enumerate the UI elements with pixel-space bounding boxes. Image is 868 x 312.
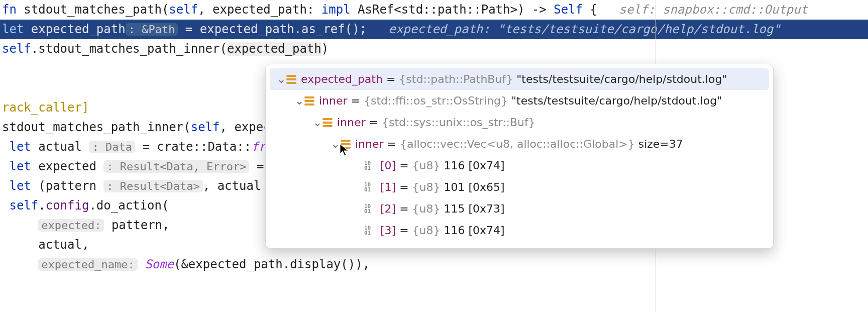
type-inlay: : &Path	[126, 23, 178, 36]
paren-open: (	[38, 179, 45, 193]
rhs-ident: expected_path	[200, 22, 294, 36]
svg-rect-4	[304, 100, 314, 102]
chevron-down-icon[interactable]: ⌄	[277, 68, 286, 90]
type-name: Data	[207, 140, 237, 154]
fn-name: stdout_matches_path	[24, 3, 162, 17]
equals: =	[135, 140, 157, 154]
variable-type: {alloc::vec::Vec<u8, alloc::alloc::Globa…	[400, 133, 635, 155]
array-index: [1]	[380, 176, 396, 198]
keyword-let: let	[2, 22, 24, 36]
array-item-row[interactable]: 1001 [3] = {u8} 116 [0x74]	[266, 220, 773, 241]
svg-rect-11	[341, 147, 351, 149]
variable-name: inner	[319, 90, 348, 112]
var-name: actual	[38, 140, 82, 154]
comma: ,	[203, 179, 218, 193]
keyword-let: let	[9, 140, 31, 154]
var-name: expected	[38, 159, 96, 173]
sep: ::	[237, 140, 251, 154]
type-inlay: : Result<Data>	[103, 180, 202, 192]
self-kw: self	[2, 42, 31, 56]
variable-row-expected-path[interactable]: ⌄ expected_path = {std::path::PathBuf} "…	[270, 68, 769, 90]
svg-rect-9	[341, 140, 351, 142]
chevron-down-icon[interactable]: ⌄	[331, 133, 340, 155]
variable-type: {u8}	[412, 198, 441, 220]
variable-row-inner-vec[interactable]: ⌄ inner = {alloc::vec::Vec<u8, alloc::al…	[266, 133, 773, 155]
self-param: self	[191, 120, 220, 134]
keyword-let: let	[9, 179, 31, 193]
array-index: [2]	[380, 198, 396, 220]
param-name: expected_path	[212, 3, 307, 17]
text-caret	[655, 22, 657, 39]
code-line[interactable]: self.stdout_matches_path_inner(expected_…	[0, 39, 868, 59]
struct-icon	[286, 74, 297, 84]
field-access: config	[46, 198, 89, 213]
type-inlay: : Result<Data, Error>	[103, 160, 249, 173]
variable-type: {std::path::PathBuf}	[399, 68, 513, 90]
keyword-let: let	[9, 159, 31, 173]
svg-rect-8	[322, 125, 333, 127]
svg-rect-6	[322, 118, 333, 120]
svg-rect-5	[304, 103, 314, 106]
var-name: expected_path	[31, 22, 126, 36]
some-kw: Some	[145, 257, 174, 271]
dot: .	[38, 198, 45, 213]
array-item-row[interactable]: 1001 [2] = {u8} 115 [0x73]	[266, 198, 773, 220]
array-item-row[interactable]: 1001 [0] = {u8} 116 [0x74]	[266, 155, 773, 176]
debugger-variables-popup[interactable]: ⌄ expected_path = {std::path::PathBuf} "…	[265, 64, 774, 249]
chevron-down-icon[interactable]: ⌄	[295, 90, 304, 112]
fn-name: stdout_matches_path_inner	[2, 120, 183, 134]
arg-ident: expected_path	[188, 257, 283, 271]
variable-name: inner	[337, 112, 366, 133]
rhs-call: .as_ref();	[294, 22, 367, 36]
return-type: Self	[554, 3, 583, 17]
paren-close: )	[321, 42, 329, 56]
svg-rect-2	[286, 82, 296, 84]
call: .display()),	[283, 257, 370, 271]
array-index: [0]	[380, 155, 396, 176]
method-call: .stdout_matches_path_inner(	[31, 42, 227, 56]
inline-value-hint: expected_path: "tests/testsuite/cargo/he…	[388, 22, 780, 36]
variable-size: size=37	[638, 133, 683, 155]
struct-icon	[304, 96, 315, 106]
code-editor[interactable]: fn stdout_matches_path(self, expected_pa…	[0, 0, 868, 312]
variable-value: 116 [0x74]	[444, 155, 505, 176]
brace-open: {	[583, 3, 597, 17]
inline-hint-self: self: snapbox::cmd::Output	[619, 3, 808, 17]
binary-icon: 1001	[364, 226, 375, 236]
var-name: actual	[218, 179, 261, 193]
code-line[interactable]: expected_name: Some(&expected_path.displ…	[0, 255, 868, 274]
variable-row-inner-osstring[interactable]: ⌄ inner = {std::ffi::os_str::OsString} "…	[266, 90, 773, 112]
variable-row-inner-buf[interactable]: ⌄ inner = {std::sys::unix::os_str::Buf}	[266, 112, 773, 133]
chevron-down-icon[interactable]: ⌄	[313, 112, 322, 133]
array-index: [3]	[380, 220, 396, 241]
code-line[interactable]: fn stdout_matches_path(self, expected_pa…	[0, 0, 868, 20]
variable-name: expected_path	[301, 68, 383, 90]
variable-type: {u8}	[412, 220, 441, 241]
paren: (&	[174, 257, 188, 271]
svg-rect-3	[304, 96, 314, 98]
param-inlay: expected_name:	[38, 258, 137, 271]
variable-type: {u8}	[412, 176, 441, 198]
type-inlay: : Data	[89, 141, 135, 153]
self-param: self	[169, 3, 198, 17]
variable-type: {std::sys::unix::os_str::Buf}	[382, 112, 535, 133]
keyword-impl: impl	[321, 3, 351, 17]
binary-icon: 1001	[364, 204, 375, 214]
arg-name: expected_path	[227, 42, 321, 56]
variable-value: 115 [0x73]	[444, 198, 505, 220]
keyword-fn: fn	[2, 3, 17, 17]
self-kw: self	[9, 198, 38, 213]
dot: .	[89, 198, 96, 213]
variable-name: inner	[355, 133, 384, 155]
svg-rect-1	[286, 78, 296, 80]
struct-icon	[340, 139, 351, 149]
method-call: do_action	[96, 198, 162, 213]
struct-icon	[322, 118, 333, 128]
attribute: rack_caller]	[2, 100, 89, 115]
code-line-current[interactable]: let expected_path: &Path = expected_path…	[0, 20, 868, 39]
array-item-row[interactable]: 1001 [1] = {u8} 101 [0x65]	[266, 176, 773, 198]
variable-value: "tests/testsuite/cargo/help/stdout.log"	[516, 68, 727, 90]
binary-icon: 1001	[364, 161, 375, 171]
paren: (	[162, 198, 169, 213]
svg-rect-0	[286, 75, 296, 77]
